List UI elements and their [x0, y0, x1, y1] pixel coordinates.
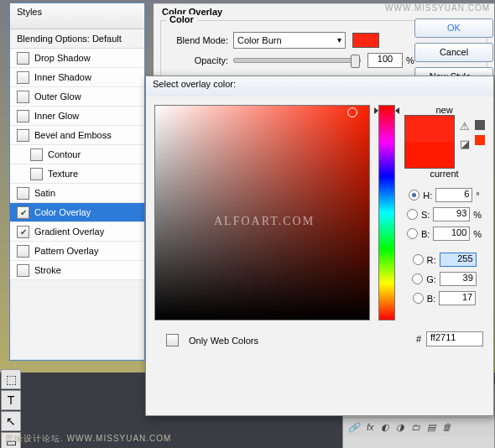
style-label: Texture: [48, 169, 78, 179]
style-label: Contour: [48, 149, 81, 159]
watermark-bottom: 思缘设计论坛. WWW.MISSYUAN.COM: [5, 433, 171, 445]
style-checkbox[interactable]: [30, 148, 43, 161]
radio-b[interactable]: [407, 228, 418, 239]
opacity-slider[interactable]: [233, 58, 361, 63]
picker-right-column: new ⚠ ◪ current H:6° S:93% B:100%: [404, 105, 485, 320]
style-item-drop-shadow[interactable]: Drop Shadow: [10, 49, 144, 68]
style-label: Color Overlay: [34, 207, 91, 217]
layers-footer: 🔗 fx ◐ ◑ 🗀 ▤ 🗑: [343, 418, 494, 436]
style-item-texture[interactable]: Texture: [10, 164, 144, 184]
radio-h[interactable]: [409, 190, 419, 201]
cancel-button[interactable]: Cancel: [414, 43, 493, 62]
style-label: Outer Glow: [34, 91, 81, 102]
only-web-colors-label: Only Web Colors: [189, 336, 258, 346]
style-checkbox[interactable]: [17, 71, 29, 84]
trash-icon[interactable]: 🗑: [442, 422, 451, 432]
style-item-inner-shadow[interactable]: Inner Shadow: [10, 68, 144, 87]
style-item-pattern-overlay[interactable]: Pattern Overlay: [10, 242, 144, 261]
radio-bb[interactable]: [413, 293, 424, 304]
style-checkbox[interactable]: [17, 110, 29, 122]
hue-slider[interactable]: [378, 105, 395, 320]
cube-icon[interactable]: ◪: [460, 138, 470, 150]
style-checkbox[interactable]: [17, 187, 29, 200]
tool-1[interactable]: ⬚: [1, 369, 21, 389]
s-unit: %: [473, 210, 482, 220]
h-input[interactable]: 6: [435, 188, 472, 202]
style-item-bevel-and-emboss[interactable]: Bevel and Emboss: [10, 126, 144, 145]
blending-options-row[interactable]: Blending Options: Default: [10, 29, 144, 49]
ok-button[interactable]: OK: [414, 18, 493, 38]
folder-icon[interactable]: 🗀: [411, 422, 420, 432]
new-layer-icon[interactable]: ▤: [427, 422, 435, 433]
style-checkbox[interactable]: [17, 264, 29, 277]
h-unit: °: [476, 190, 479, 201]
new-label: new: [435, 105, 452, 115]
radio-s[interactable]: [407, 209, 418, 220]
watermark-top: WWW.MISSYUAN.COM: [385, 3, 490, 13]
blend-mode-label: Blend Mode:: [169, 35, 228, 45]
style-label: Inner Shadow: [34, 72, 91, 82]
styles-header[interactable]: Styles: [10, 3, 144, 29]
saturation-value-box[interactable]: [154, 105, 370, 320]
b-label: B:: [421, 229, 430, 239]
style-checkbox[interactable]: [30, 168, 43, 180]
only-web-colors-checkbox[interactable]: [166, 334, 179, 346]
current-label: current: [430, 169, 458, 179]
bb-input[interactable]: 17: [439, 291, 476, 305]
picker-title: Select overlay color:: [146, 76, 493, 96]
radio-g[interactable]: [412, 273, 423, 284]
hex-input[interactable]: ff2711: [426, 331, 483, 346]
style-label: Drop Shadow: [34, 53, 91, 63]
b-unit: %: [473, 229, 482, 239]
styles-panel: Styles Blending Options: Default Drop Sh…: [9, 3, 145, 361]
hash-label: #: [416, 334, 421, 344]
style-checkbox[interactable]: ✔: [17, 226, 29, 238]
style-label: Satin: [34, 188, 55, 198]
style-item-satin[interactable]: Satin: [10, 184, 144, 203]
style-item-outer-glow[interactable]: Outer Glow: [10, 87, 144, 107]
color-picker-dialog: Select overlay color: new ⚠ ◪: [145, 76, 494, 416]
warning-icon[interactable]: ⚠: [460, 120, 470, 133]
style-item-color-overlay[interactable]: ✔Color Overlay: [10, 203, 144, 222]
style-checkbox[interactable]: [17, 52, 29, 65]
adjustment-icon[interactable]: ◑: [396, 422, 404, 433]
new-current-swatch[interactable]: [404, 115, 455, 169]
mask-icon[interactable]: ◐: [381, 422, 389, 433]
style-item-inner-glow[interactable]: Inner Glow: [10, 107, 144, 126]
percent-label: %: [406, 55, 414, 65]
path-tool[interactable]: ↖: [1, 411, 21, 431]
new-color: [405, 116, 454, 142]
r-input[interactable]: 255: [440, 253, 477, 267]
style-item-gradient-overlay[interactable]: ✔Gradient Overlay: [10, 222, 144, 242]
style-checkbox[interactable]: [17, 91, 29, 103]
style-checkbox[interactable]: [17, 129, 29, 142]
opacity-input[interactable]: 100: [367, 53, 403, 68]
fx-icon[interactable]: fx: [367, 422, 374, 432]
radio-r[interactable]: [413, 254, 424, 265]
bb-label: B:: [427, 294, 435, 304]
style-item-contour[interactable]: Contour: [10, 145, 144, 164]
opacity-label: Opacity:: [169, 55, 228, 65]
style-label: Inner Glow: [34, 111, 79, 121]
watermark-center: ALFOART.COM: [214, 215, 315, 228]
hue-indicator[interactable]: [375, 107, 399, 112]
h-label: H:: [423, 190, 432, 201]
style-checkbox[interactable]: ✔: [17, 206, 29, 219]
style-item-stroke[interactable]: Stroke: [10, 261, 144, 280]
current-color: [405, 142, 454, 168]
warn-swatch[interactable]: [475, 120, 485, 130]
r-label: R:: [427, 255, 436, 265]
link-icon[interactable]: 🔗: [348, 422, 360, 433]
cube-swatch[interactable]: [475, 135, 485, 145]
s-input[interactable]: 93: [433, 207, 470, 221]
blend-mode-combo[interactable]: Color Burn: [233, 32, 346, 49]
group-title: Color: [166, 14, 197, 24]
style-label: Gradient Overlay: [34, 227, 104, 237]
style-checkbox[interactable]: [17, 245, 29, 258]
type-tool[interactable]: T: [1, 390, 21, 410]
g-label: G:: [426, 274, 436, 284]
b-input[interactable]: 100: [433, 227, 470, 241]
sv-cursor[interactable]: [347, 107, 357, 117]
overlay-color-swatch[interactable]: [352, 33, 379, 48]
g-input[interactable]: 39: [440, 272, 477, 286]
